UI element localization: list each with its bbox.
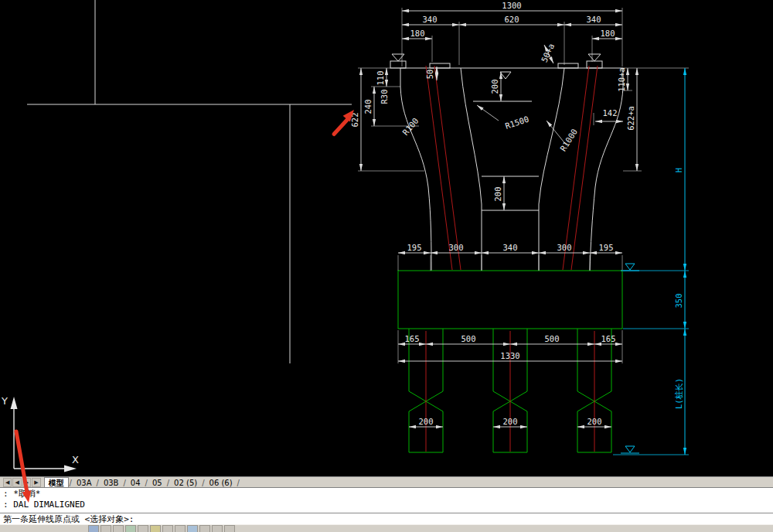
layout-tab-03A[interactable]: 03A bbox=[73, 478, 96, 488]
dim-label: 1330 bbox=[500, 351, 519, 360]
dim-label: 622+a bbox=[626, 106, 635, 131]
dim-label: 180 bbox=[601, 29, 615, 38]
dim-label: 622 bbox=[350, 113, 359, 128]
tool-button-5[interactable] bbox=[138, 525, 148, 532]
layout-tab-bar: ◀◀▶▶ 模型/03A/03B/04/05/02 (5)/06 (6)/ bbox=[0, 476, 773, 488]
tool-button-11[interactable] bbox=[212, 525, 223, 532]
dim-label: 50 bbox=[425, 70, 434, 80]
dim-label: 500 bbox=[545, 334, 560, 343]
datum-symbol-pile-bottom bbox=[621, 446, 639, 453]
command-history: : *取消* : DAL DIMALIGNED bbox=[0, 488, 773, 513]
ucs-x-label: X bbox=[72, 454, 79, 466]
tab-separator: / bbox=[237, 479, 240, 487]
tab-nav-buttons: ◀◀▶▶ bbox=[0, 478, 44, 487]
tool-button-7[interactable] bbox=[162, 525, 173, 532]
dim-label: R30 bbox=[380, 90, 389, 104]
tool-button-3[interactable] bbox=[113, 525, 124, 532]
dim-label: 110+a bbox=[617, 67, 626, 92]
dim-label: R1000 bbox=[558, 127, 579, 152]
bearing-symbol-right bbox=[588, 54, 601, 61]
layout-tab-06 (6)[interactable]: 06 (6) bbox=[206, 478, 237, 488]
dim-label: 300 bbox=[449, 243, 464, 252]
dim-label: 1300 bbox=[502, 1, 521, 10]
extension-lines bbox=[358, 8, 689, 455]
dim-label: 200 bbox=[493, 187, 502, 202]
pier-outline bbox=[390, 54, 623, 271]
dim-label: 110 bbox=[376, 71, 385, 86]
bottom-toolbar-strip bbox=[0, 524, 773, 532]
tool-button-6[interactable] bbox=[150, 525, 161, 532]
tab-nav-arrow-1[interactable]: ◀ bbox=[3, 478, 12, 487]
tab-nav-arrow-4[interactable]: ▶ bbox=[32, 478, 40, 487]
dimension-lines bbox=[361, 11, 637, 427]
bearing-symbol-left bbox=[392, 54, 404, 61]
tool-button-1[interactable] bbox=[88, 525, 99, 532]
tool-button-4[interactable] bbox=[125, 525, 136, 532]
dim-label: 200 bbox=[587, 417, 602, 426]
dim-label: H bbox=[674, 168, 683, 172]
dim-label: 165 bbox=[601, 334, 616, 343]
tool-button-12[interactable] bbox=[224, 525, 235, 532]
dim-label: 340 bbox=[587, 15, 601, 24]
dimension-labels: 1300340620340180180110240622R30R10050200… bbox=[350, 1, 683, 426]
dim-label: 180 bbox=[410, 29, 425, 38]
dim-label: 200 bbox=[419, 417, 434, 426]
ucs-icon: Y X bbox=[1, 395, 79, 472]
dim-label: 340 bbox=[503, 243, 518, 252]
datum-symbol-cap-top bbox=[621, 264, 639, 271]
tab-nav-arrow-2[interactable]: ◀ bbox=[12, 478, 21, 487]
command-history-line: : DAL DIMALIGNED bbox=[3, 500, 770, 510]
ucs-y-arrowhead bbox=[11, 397, 18, 409]
dim-label: 240 bbox=[363, 100, 373, 114]
layout-tab-模型[interactable]: 模型 bbox=[44, 477, 69, 488]
dim-label: 50+a bbox=[540, 42, 557, 63]
dim-label: R1500 bbox=[504, 114, 530, 131]
dim-label: 620 bbox=[505, 15, 519, 24]
command-window: : *取消* : DAL DIMALIGNED 第一条延伸线原点或 <选择对象>… bbox=[0, 487, 773, 525]
dim-label: 500 bbox=[461, 334, 476, 343]
layout-tab-02 (5)[interactable]: 02 (5) bbox=[170, 478, 201, 488]
layout-tab-03B[interactable]: 03B bbox=[100, 478, 123, 488]
dim-label: R100 bbox=[400, 116, 420, 137]
command-history-line: : *取消* bbox=[3, 489, 770, 500]
bearing-symbol-center bbox=[500, 72, 511, 79]
dim-label: 340 bbox=[423, 15, 438, 24]
ucs-x-arrowhead bbox=[64, 466, 77, 472]
tab-nav-arrow-3[interactable]: ▶ bbox=[22, 478, 31, 487]
dim-label: 195 bbox=[407, 243, 422, 252]
pile-cap bbox=[398, 271, 622, 329]
layout-tab-04[interactable]: 04 bbox=[127, 478, 145, 488]
layout-tabs: 模型/03A/03B/04/05/02 (5)/06 (6)/ bbox=[44, 477, 240, 488]
dim-label: L(桩长) bbox=[674, 378, 683, 409]
dim-label: 142 bbox=[603, 108, 618, 118]
dim-label: 350 bbox=[674, 294, 683, 309]
tool-button-8[interactable] bbox=[175, 525, 186, 532]
dim-label: 195 bbox=[599, 243, 614, 252]
dim-label: 200 bbox=[490, 80, 499, 94]
layout-tab-05[interactable]: 05 bbox=[148, 478, 166, 488]
ucs-y-label: Y bbox=[1, 395, 8, 407]
dim-label: 300 bbox=[557, 243, 572, 252]
dim-label: 200 bbox=[503, 417, 518, 426]
model-space-canvas[interactable]: 1300340620340180180110240622R30R10050200… bbox=[0, 0, 773, 476]
tool-button-10[interactable] bbox=[199, 525, 210, 532]
dim-label: 165 bbox=[405, 334, 420, 343]
tool-button-2[interactable] bbox=[100, 525, 111, 532]
tool-button-9[interactable] bbox=[187, 525, 198, 532]
crosshair-cursor bbox=[27, 0, 352, 363]
